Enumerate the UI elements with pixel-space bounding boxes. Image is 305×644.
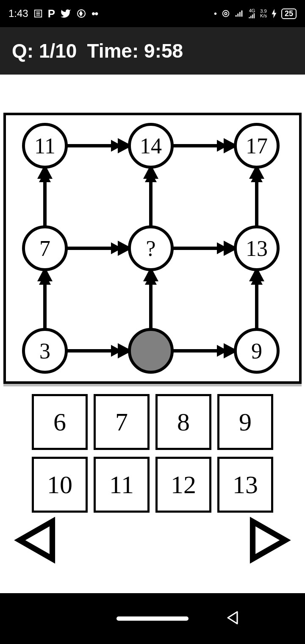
timer: Time: 9:58	[87, 39, 183, 62]
answer-grid: 6 7 8 9 10 11 12 13	[3, 394, 302, 513]
question-counter: Q: 1/10	[12, 39, 77, 62]
status-left: 1:43 P ••	[8, 7, 97, 20]
answer-option[interactable]: 8	[155, 394, 211, 450]
node-r0c0: 11	[22, 123, 68, 169]
status-time: 1:43	[8, 8, 28, 19]
answer-option[interactable]: 7	[94, 394, 150, 450]
node-r0c1: 14	[128, 123, 174, 169]
node-r2c2: 9	[234, 328, 280, 374]
home-pill[interactable]	[116, 616, 189, 621]
answer-option[interactable]: 12	[155, 457, 211, 513]
app-p-icon: P	[48, 7, 55, 20]
svg-marker-16	[253, 522, 286, 559]
svg-marker-17	[228, 612, 237, 624]
question-header: Q: 1/10 Time: 9:58	[0, 27, 305, 75]
node-r1c2: 13	[234, 225, 280, 271]
svg-rect-11	[249, 17, 250, 18]
battery-indicator: 25	[281, 8, 297, 19]
notification-icon	[33, 9, 43, 18]
cast-icon	[76, 8, 86, 19]
signal-icon	[235, 9, 244, 18]
next-button[interactable]	[246, 517, 292, 565]
twitter-icon	[60, 8, 71, 19]
system-nav-bar	[0, 593, 305, 644]
answer-option[interactable]: 10	[32, 457, 88, 513]
puzzle-shadow	[3, 384, 302, 386]
svg-rect-13	[252, 14, 253, 18]
status-right: • 4G 3.9 K/s 25	[214, 8, 297, 19]
puzzle-area: 11 14 17 7 ? 13 3 9 6 7 8 9 10 11 12 13	[0, 75, 305, 513]
system-back-button[interactable]	[225, 609, 241, 628]
network-speed: 3.9 K/s	[260, 9, 267, 18]
svg-rect-7	[236, 15, 237, 17]
answer-option[interactable]: 11	[94, 457, 150, 513]
svg-point-6	[223, 11, 229, 17]
node-r1c1-question: ?	[128, 225, 174, 271]
answer-option[interactable]: 9	[217, 394, 273, 450]
node-r1c0: 7	[22, 225, 68, 271]
answer-option[interactable]: 13	[217, 457, 273, 513]
node-r2c0: 3	[22, 328, 68, 374]
sim-signal-icon: 4G	[248, 8, 256, 19]
svg-marker-15	[20, 522, 53, 559]
svg-rect-14	[254, 13, 255, 18]
svg-rect-12	[250, 16, 251, 18]
status-bar: 1:43 P •• • 4G 3.9 K/s 25	[0, 0, 305, 27]
puzzle-frame: 11 14 17 7 ? 13 3 9	[3, 113, 302, 384]
answer-row-2: 10 11 12 13	[32, 457, 273, 513]
more-icon: ••	[92, 7, 97, 20]
location-icon	[221, 9, 230, 18]
node-r0c2: 17	[234, 123, 280, 169]
charging-icon	[271, 9, 277, 18]
svg-rect-8	[237, 14, 238, 17]
dot-icon: •	[214, 9, 217, 19]
node-r2c1-filled	[128, 328, 174, 374]
svg-rect-10	[241, 11, 243, 17]
nav-arrows	[0, 517, 305, 565]
svg-point-5	[225, 12, 227, 15]
prev-button[interactable]	[13, 517, 59, 565]
answer-option[interactable]: 6	[32, 394, 88, 450]
answer-row-1: 6 7 8 9	[32, 394, 273, 450]
svg-rect-9	[239, 12, 241, 17]
